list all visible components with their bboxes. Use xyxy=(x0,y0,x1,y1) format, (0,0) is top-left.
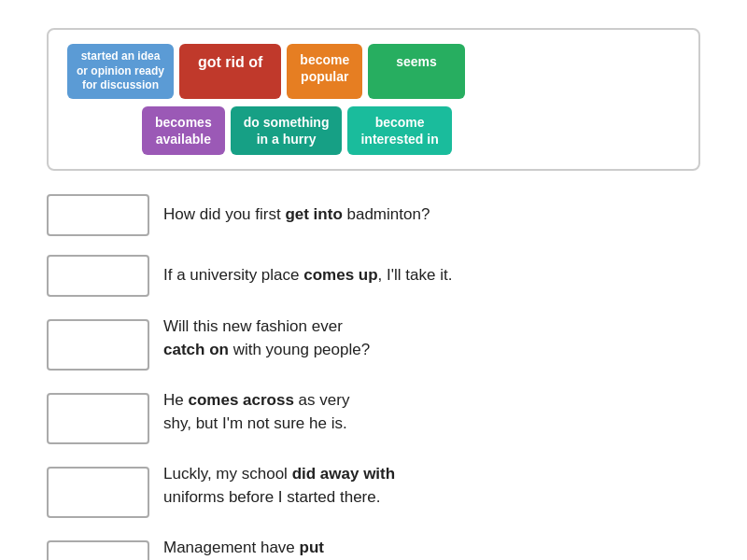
question-text-6: Management have putforward interesting p… xyxy=(163,537,377,560)
question-row-6: Management have putforward interesting p… xyxy=(47,537,700,560)
question-text-4: He comes across as veryshy, but I'm not … xyxy=(163,389,349,435)
answer-box-6[interactable] xyxy=(47,540,149,560)
question-row-5: Luckly, my school did away withuniforms … xyxy=(47,463,700,518)
answer-box-4[interactable] xyxy=(47,393,149,444)
chip-do-something[interactable]: do something in a hurry xyxy=(231,106,343,155)
chip-becomes-available[interactable]: becomes available xyxy=(142,106,225,155)
question-row-1: How did you first get into badminton? xyxy=(47,194,700,236)
question-row-3: Will this new fashion evercatch on with … xyxy=(47,315,700,371)
question-text-5: Luckly, my school did away withuniforms … xyxy=(163,463,395,509)
answer-box-1[interactable] xyxy=(47,194,149,236)
chips-row-2: becomes available do something in a hurr… xyxy=(142,106,680,155)
question-row-2: If a university place comes up, I'll tak… xyxy=(47,255,700,297)
chips-row: started an idea or opinion ready for dis… xyxy=(67,44,680,99)
question-row-4: He comes across as veryshy, but I'm not … xyxy=(47,389,700,444)
answer-box-3[interactable] xyxy=(47,319,149,371)
chip-become-popular[interactable]: become popular xyxy=(287,44,362,99)
question-text-1: How did you first get into badminton? xyxy=(163,203,430,227)
question-text-3: Will this new fashion evercatch on with … xyxy=(163,315,370,361)
questions-area: How did you first get into badminton? If… xyxy=(47,194,700,560)
chip-got-rid[interactable]: got rid of xyxy=(179,44,281,99)
chip-become-interested[interactable]: become interested in xyxy=(347,106,451,155)
chip-seems[interactable]: seems xyxy=(368,44,465,99)
answer-box-2[interactable] xyxy=(47,255,149,297)
chips-panel: started an idea or opinion ready for dis… xyxy=(47,28,700,171)
answer-box-5[interactable] xyxy=(47,467,149,518)
chip-started[interactable]: started an idea or opinion ready for dis… xyxy=(67,44,174,99)
question-text-2: If a university place comes up, I'll tak… xyxy=(163,264,452,287)
